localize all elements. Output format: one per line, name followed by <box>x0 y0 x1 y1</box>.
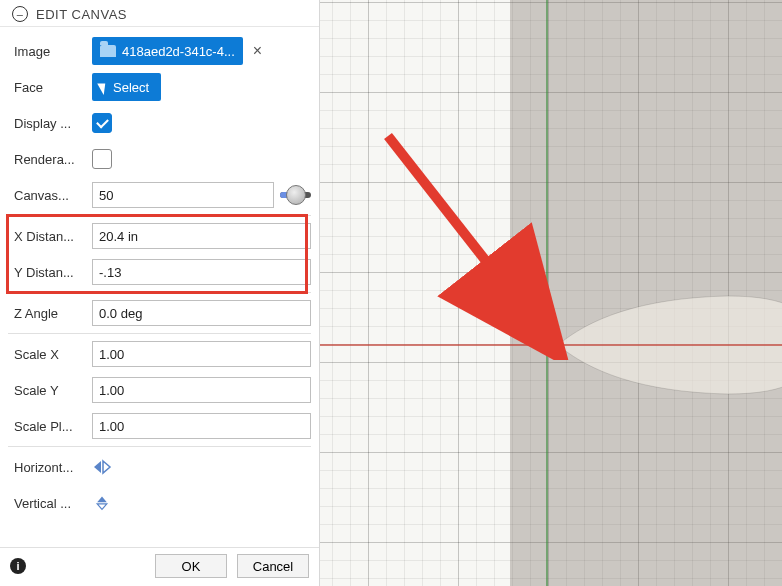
axis-y-line <box>546 0 548 586</box>
clear-image-icon[interactable]: × <box>249 42 266 60</box>
x-distance-label: X Distan... <box>8 229 88 244</box>
y-distance-label: Y Distan... <box>8 265 88 280</box>
canvas-part-silhouette <box>558 290 782 400</box>
info-icon[interactable]: i <box>10 558 26 574</box>
display-label: Display ... <box>8 116 88 131</box>
flip-horizontal-icon[interactable] <box>92 459 112 475</box>
flip-vertical-icon[interactable] <box>92 495 112 511</box>
image-label: Image <box>8 44 88 59</box>
scale-y-input[interactable] <box>92 377 311 403</box>
select-face-label: Select <box>113 80 149 95</box>
collapse-icon[interactable]: – <box>12 6 28 22</box>
panel-header: – EDIT CANVAS <box>0 0 319 27</box>
svg-line-0 <box>388 136 540 330</box>
scale-plane-label: Scale Pl... <box>8 419 88 434</box>
edit-canvas-panel: – EDIT CANVAS Image 418aed2d-341c-4... ×… <box>0 0 320 586</box>
folder-icon <box>100 45 116 57</box>
select-face-button[interactable]: Select <box>92 73 161 101</box>
image-filename: 418aed2d-341c-4... <box>122 44 235 59</box>
face-label: Face <box>8 80 88 95</box>
scale-x-input[interactable] <box>92 341 311 367</box>
canvas-opacity-slider[interactable] <box>280 183 311 207</box>
panel-title: EDIT CANVAS <box>36 7 127 22</box>
canvas-image-overlay <box>510 0 782 586</box>
display-checkbox[interactable] <box>92 113 112 133</box>
x-distance-input[interactable] <box>92 223 311 249</box>
panel-footer: i OK Cancel <box>0 547 319 586</box>
annotation-arrow <box>370 130 590 360</box>
scale-plane-input[interactable] <box>92 413 311 439</box>
ok-button[interactable]: OK <box>155 554 227 578</box>
canvas-opacity-label: Canvas... <box>8 188 88 203</box>
scale-x-label: Scale X <box>8 347 88 362</box>
cursor-icon <box>97 80 110 95</box>
scale-y-label: Scale Y <box>8 383 88 398</box>
z-angle-input[interactable] <box>92 300 311 326</box>
cancel-button[interactable]: Cancel <box>237 554 309 578</box>
render-checkbox[interactable] <box>92 149 112 169</box>
canvas-opacity-input[interactable] <box>92 182 274 208</box>
flip-horizontal-label: Horizont... <box>8 460 88 475</box>
z-angle-label: Z Angle <box>8 306 88 321</box>
slider-thumb[interactable] <box>286 185 306 205</box>
origin-handle[interactable] <box>539 337 553 351</box>
render-label: Rendera... <box>8 152 88 167</box>
image-file-chip[interactable]: 418aed2d-341c-4... <box>92 37 243 65</box>
y-distance-input[interactable] <box>92 259 311 285</box>
flip-vertical-label: Vertical ... <box>8 496 88 511</box>
